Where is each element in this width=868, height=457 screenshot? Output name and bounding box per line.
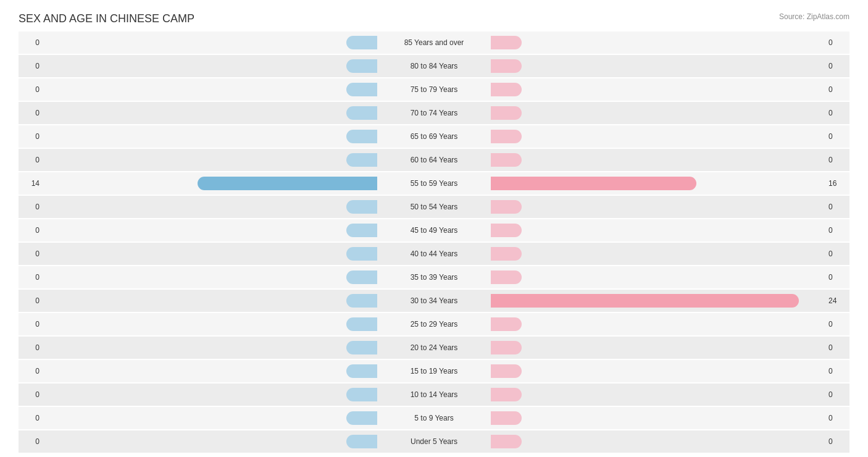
male-bar xyxy=(346,341,377,354)
right-value: 0 xyxy=(825,273,849,282)
left-value: 14 xyxy=(19,179,43,188)
left-value: 0 xyxy=(19,249,43,258)
male-bar xyxy=(198,177,377,190)
chart-title: SEX AND AGE IN CHINESE CAMP xyxy=(19,12,849,25)
left-bar-wrap xyxy=(43,360,378,382)
right-value: 24 xyxy=(825,296,849,305)
right-bar-wrap xyxy=(490,430,825,453)
right-bar-wrap xyxy=(490,196,825,218)
bar-row: 0 40 to 44 Years 0 xyxy=(19,243,849,265)
bar-row: 0 45 to 49 Years 0 xyxy=(19,219,849,241)
bar-area: 50 to 54 Years xyxy=(43,196,825,218)
right-value: 0 xyxy=(825,320,849,329)
bar-row: 0 15 to 19 Years 0 xyxy=(19,360,849,382)
female-bar xyxy=(491,294,799,308)
bar-row: 0 20 to 24 Years 0 xyxy=(19,337,849,359)
bar-area: 10 to 14 Years xyxy=(43,384,825,406)
right-bar-wrap xyxy=(490,360,825,382)
left-value: 0 xyxy=(19,62,43,70)
female-bar xyxy=(491,411,522,425)
female-bar xyxy=(491,270,522,284)
right-bar-wrap xyxy=(490,78,825,101)
bar-area: 70 to 74 Years xyxy=(43,102,825,124)
male-bar xyxy=(346,435,377,448)
left-bar-wrap xyxy=(43,313,378,335)
bar-row: 0 75 to 79 Years 0 xyxy=(19,78,849,101)
age-label: 35 to 39 Years xyxy=(378,273,490,282)
male-bar xyxy=(346,224,377,237)
bar-area: 45 to 49 Years xyxy=(43,219,825,241)
male-bar xyxy=(346,200,377,214)
female-bar xyxy=(491,200,522,214)
right-bar-wrap xyxy=(490,31,825,54)
female-bar xyxy=(491,59,522,73)
male-bar xyxy=(346,411,377,425)
male-bar xyxy=(346,130,377,143)
bar-row: 0 60 to 64 Years 0 xyxy=(19,149,849,171)
right-value: 0 xyxy=(825,249,849,258)
left-value: 0 xyxy=(19,414,43,422)
right-value: 0 xyxy=(825,390,849,399)
right-bar-wrap xyxy=(490,337,825,359)
male-bar xyxy=(346,388,377,401)
bar-row: 0 5 to 9 Years 0 xyxy=(19,407,849,429)
age-label: 75 to 79 Years xyxy=(378,85,490,94)
right-bar-wrap xyxy=(490,102,825,124)
left-value: 0 xyxy=(19,156,43,164)
age-label: 40 to 44 Years xyxy=(378,249,490,258)
left-bar-wrap xyxy=(43,407,378,429)
bar-row: 0 25 to 29 Years 0 xyxy=(19,313,849,335)
female-bar xyxy=(491,435,522,448)
bar-area: 55 to 59 Years xyxy=(43,172,825,195)
female-bar xyxy=(491,83,522,96)
left-value: 0 xyxy=(19,343,43,352)
bar-area: 20 to 24 Years xyxy=(43,337,825,359)
right-value: 0 xyxy=(825,203,849,211)
left-bar-wrap xyxy=(43,31,378,54)
left-bar-wrap xyxy=(43,149,378,171)
bar-area: 30 to 34 Years xyxy=(43,290,825,312)
age-label: 10 to 14 Years xyxy=(378,390,490,399)
right-bar-wrap xyxy=(490,125,825,148)
age-label: 50 to 54 Years xyxy=(378,203,490,211)
female-bar xyxy=(491,364,522,378)
left-bar-wrap xyxy=(43,55,378,77)
bar-area: Under 5 Years xyxy=(43,430,825,453)
age-label: 70 to 74 Years xyxy=(378,109,490,117)
male-bar xyxy=(346,364,377,378)
bar-row: 0 80 to 84 Years 0 xyxy=(19,55,849,77)
age-label: 25 to 29 Years xyxy=(378,320,490,329)
male-bar xyxy=(346,294,377,308)
male-bar xyxy=(346,317,377,331)
left-bar-wrap xyxy=(43,78,378,101)
left-bar-wrap xyxy=(43,430,378,453)
bar-row: 0 65 to 69 Years 0 xyxy=(19,125,849,148)
right-bar-wrap xyxy=(490,149,825,171)
male-bar xyxy=(346,36,377,49)
left-value: 0 xyxy=(19,273,43,282)
right-bar-wrap xyxy=(490,55,825,77)
left-value: 0 xyxy=(19,85,43,94)
age-label: 80 to 84 Years xyxy=(378,62,490,70)
right-value: 0 xyxy=(825,132,849,141)
bar-row: 14 55 to 59 Years 16 xyxy=(19,172,849,195)
left-bar-wrap xyxy=(43,125,378,148)
age-label: Under 5 Years xyxy=(378,437,490,446)
left-value: 0 xyxy=(19,296,43,305)
age-label: 5 to 9 Years xyxy=(378,414,490,422)
right-value: 0 xyxy=(825,38,849,47)
left-value: 0 xyxy=(19,38,43,47)
right-bar-wrap xyxy=(490,172,825,195)
female-bar xyxy=(491,224,522,237)
left-value: 0 xyxy=(19,320,43,329)
right-value: 0 xyxy=(825,62,849,70)
age-label: 65 to 69 Years xyxy=(378,132,490,141)
left-value: 0 xyxy=(19,226,43,235)
right-value: 0 xyxy=(825,226,849,235)
bar-row: 0 85 Years and over 0 xyxy=(19,31,849,54)
left-bar-wrap xyxy=(43,337,378,359)
bar-row: 0 70 to 74 Years 0 xyxy=(19,102,849,124)
bar-row: 0 30 to 34 Years 24 xyxy=(19,290,849,312)
left-value: 0 xyxy=(19,367,43,375)
left-value: 0 xyxy=(19,390,43,399)
